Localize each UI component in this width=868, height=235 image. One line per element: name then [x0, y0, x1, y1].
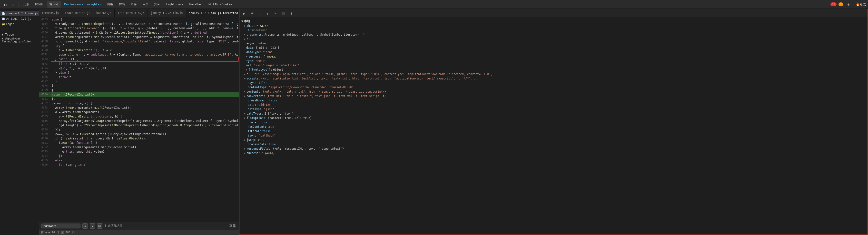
section-arrow: ▼ — [241, 20, 243, 23]
code-line-4394: 4394 }); — [39, 154, 239, 158]
main-content: 📄 jquery-1.7.2.min.js 📄 ww.Login-1.0.js … — [0, 9, 868, 235]
file-tab-base64[interactable]: base64.js — [93, 9, 115, 17]
warning-badge: 1 — [838, 2, 843, 6]
code-line-4386: 4386 Array.from(arguments).map(t2RecordI… — [39, 119, 239, 123]
search-result-count: 4 条匹配结果 — [104, 224, 122, 228]
sidebar-item-login[interactable]: 📁 login — [0, 22, 39, 27]
devtools-icon[interactable]: ◧ — [2, 1, 9, 8]
search-close-button[interactable]: 取消 — [229, 224, 236, 228]
match-case-button[interactable]: Aa — [97, 223, 102, 229]
var-item-a: a: undefined — [240, 28, 868, 32]
code-line-4389: 4389 c===_ && (c = t2RecordImprint(jQuer… — [39, 132, 239, 136]
kanxue-logo[interactable]: 🔥看雪 — [856, 2, 866, 7]
var-item-arguments: ▶ arguments: Arguments [undefined, calle… — [240, 32, 868, 37]
code-line-4375: 4375 } else { — [39, 70, 239, 75]
var-item-async2: async: false — [240, 81, 868, 85]
tab-security[interactable]: 安全 — [152, 1, 162, 8]
tab-editthiscookie[interactable]: EditThisCookie — [205, 1, 235, 8]
tab-performance-insights[interactable]: Performance insights — [62, 1, 104, 8]
file-tab-jquery-formatted[interactable]: jquery-1.7.2.min.js:formatted × — [186, 9, 239, 17]
code-line-4387: 4387 d[d.length] = t2RecordImprint(t2Rec… — [39, 123, 239, 128]
file-icon-2: 📄 — [2, 18, 5, 20]
tab-hackbar[interactable]: HackBar — [187, 1, 204, 8]
code-line-4393: 4393 e(this.name, this.value) — [39, 149, 239, 154]
sidebar: 📄 jquery-1.7.2.min.js 📄 ww.Login-1.0.js … — [0, 9, 39, 235]
var-item-contents: ▶ contents: {xml: /xml/, html: /html/, j… — [240, 90, 868, 94]
toolbar-separator-1 — [19, 2, 19, 7]
var-item-prototype: ▶ [[Prototype]]: Object — [240, 68, 868, 72]
tab-sources[interactable]: 源代码 — [47, 1, 61, 8]
code-editor[interactable]: 4363 else { 4364 v.readyState = t2Record… — [39, 17, 239, 222]
code-line-4395: 4395 else — [39, 158, 239, 163]
status-column: 第 780 列 — [61, 231, 74, 234]
tab-performance[interactable]: 性能 — [117, 1, 127, 8]
code-line-4370: 4370 s = t2RecordImprint(1), s = 2 — [39, 48, 239, 53]
var-item-jsonp2: ▶ jsonp: f () — [240, 138, 868, 142]
tab-elements[interactable]: 元素 — [21, 1, 31, 8]
code-line-4374: 4374 w(-1, z); w = f w(a,c,l,m) — [39, 66, 239, 70]
var-item-jsonp: jsonp: "callback" — [240, 133, 868, 138]
sidebar-item-wwlogin[interactable]: 📄 ww.Login-1.0.js — [0, 16, 39, 22]
search-prev-button[interactable]: ∧ — [83, 223, 88, 229]
code-line-4382: 4382 param: function(a, c) { — [39, 101, 239, 106]
code-line-4383: 4383 Array.from(arguments).map(t2RecordI… — [39, 106, 239, 110]
debugger-toolbar: ▶ ↓ ↑ ⇥ ⬛ ⏸ — [240, 9, 868, 18]
code-line-4366: 4366 d.async && d.timeout > 0 && (q = t2… — [39, 31, 239, 35]
var-item-url: url: "/sso/image/loginCertTiket" — [240, 63, 868, 68]
code-line-4363: 4363 else { — [39, 17, 239, 22]
var-item-hascontent: hasContent: true — [240, 125, 868, 129]
step-out-button[interactable]: ↑ — [265, 10, 271, 16]
var-item-responsefields: ▶ responseFields: {xml: 'responseXML', t… — [240, 146, 868, 151]
resume-button[interactable]: ▶ — [241, 10, 247, 16]
search-input[interactable] — [41, 224, 81, 228]
search-next-button[interactable]: ∨ — [90, 223, 95, 229]
deactivate-breakpoints-button[interactable]: ⬛ — [280, 10, 286, 16]
file-tabs: commons.js traceImprint.js base64.js tri… — [39, 9, 239, 17]
tab-lighthouse[interactable]: Lighthouse — [163, 1, 186, 8]
var-item-processdata: processData: true — [240, 142, 868, 146]
file-tab-jquery-min[interactable]: jquery-1.7.2.min.js — [148, 9, 186, 17]
var-item-data-uid: data: {'uid': '123'} — [240, 45, 868, 50]
file-tab-tripledes[interactable]: tripledes-min.js — [115, 9, 148, 17]
code-line-4385: 4385 , e = t2RecordImprint(function(a, b… — [39, 114, 239, 119]
folder-icon: 📁 — [2, 23, 5, 26]
code-line-4371: 4371 p.send(l, w) p = undefined, l = {Co… — [39, 53, 239, 57]
file-icon: 📄 — [2, 12, 5, 15]
file-tab-traceimprint[interactable]: traceImprint.js — [62, 9, 93, 17]
var-item-accepts: ▶ accepts: {xml: 'application/xml, text/… — [240, 76, 868, 81]
variables-panel: ▼ 本地 ▶ this: f (a,b) a: undefined ▶ argu… — [240, 18, 868, 235]
code-line-4372: 4372 } catch (z) { — [39, 57, 239, 62]
code-line-4392: 4392 Array.from(arguments).map(t2RecordI… — [39, 145, 239, 149]
file-tab-commons[interactable]: commons.js — [39, 9, 62, 17]
settings-button[interactable]: ⚙ — [845, 1, 852, 8]
sidebar-item-jquery[interactable]: 📄 jquery-1.7.2.min.js — [0, 11, 39, 16]
code-lines: 4363 else { 4364 v.readyState = t2Record… — [39, 17, 239, 167]
code-line-4373: 4373 if (s < 2) s = 2 — [39, 62, 239, 66]
tab-console[interactable]: 控制台 — [32, 1, 46, 8]
inspect-icon[interactable]: ⬚ — [10, 1, 17, 8]
var-item-islocal: isLocal: false — [240, 129, 868, 133]
step-over-button[interactable] — [249, 10, 255, 16]
sidebar-section-wappalyzer[interactable]: ▶ Wappalyzer - Technology profiler — [0, 37, 39, 43]
code-line-4380: 4380 return t2RecordImprint(v) — [39, 92, 239, 97]
tab-memory[interactable]: 内存 — [128, 1, 139, 8]
code-line-4369: 4369 try { — [39, 44, 239, 48]
code-line-4378: 4378 } — [39, 83, 239, 88]
local-section-header[interactable]: ▼ 本地 — [240, 19, 868, 24]
var-item-crossdomain: crossDomain: false — [240, 98, 868, 103]
step-button[interactable]: ⇥ — [273, 10, 278, 16]
var-item-async: async: false — [240, 41, 868, 45]
sidebar-section-trace[interactable]: ▶ Trace — [0, 32, 39, 37]
var-item-datatype2: dataType: "json" — [240, 107, 868, 111]
var-item-global: global: true — [240, 120, 868, 125]
var-item-c-expand: ▶ c: — [240, 37, 868, 41]
code-line-4367: 4367 Array.from(arguments).map(t2RecordI… — [39, 35, 239, 39]
pause-on-exceptions-button[interactable]: ⏸ — [288, 10, 294, 16]
tab-application[interactable]: 应用 — [140, 1, 151, 8]
var-item-contenttype: contentType: "application/x-www-form-url… — [240, 85, 868, 90]
step-into-button[interactable]: ↓ — [257, 10, 263, 16]
var-item-converters: ▶ converters: {text html: true, * text: … — [240, 94, 868, 98]
tab-network[interactable]: 网络 — [105, 1, 116, 8]
code-line-4391: 4391 f.each(a, function() { — [39, 141, 239, 145]
code-line-4377: 4377 } — [39, 79, 239, 83]
